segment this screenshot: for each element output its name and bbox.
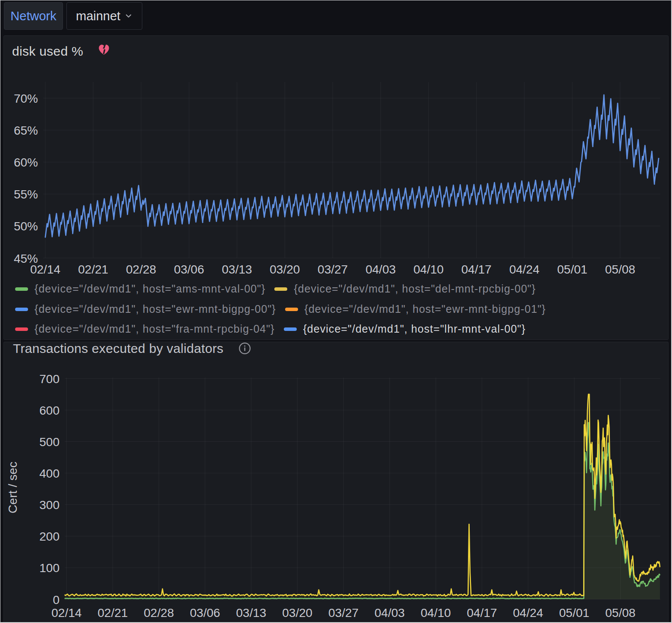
svg-text:600: 600 — [39, 404, 60, 417]
svg-text:Cert / sec: Cert / sec — [6, 462, 19, 513]
svg-text:04/17: 04/17 — [462, 263, 492, 276]
svg-text:04/10: 04/10 — [414, 263, 444, 276]
svg-text:50%: 50% — [14, 220, 38, 233]
svg-text:03/13: 03/13 — [236, 606, 266, 620]
svg-text:03/20: 03/20 — [282, 606, 312, 620]
svg-text:02/14: 02/14 — [51, 606, 82, 620]
svg-text:02/28: 02/28 — [126, 263, 156, 276]
svg-text:03/27: 03/27 — [317, 263, 348, 276]
svg-text:05/01: 05/01 — [557, 263, 587, 276]
svg-text:03/20: 03/20 — [270, 263, 300, 276]
svg-text:400: 400 — [39, 467, 60, 480]
svg-text:300: 300 — [39, 498, 60, 512]
svg-text:04/03: 04/03 — [374, 606, 405, 620]
svg-text:03/13: 03/13 — [222, 263, 252, 276]
svg-text:04/10: 04/10 — [421, 606, 451, 620]
svg-text:04/24: 04/24 — [513, 606, 543, 620]
svg-text:65%: 65% — [14, 124, 38, 137]
svg-text:100: 100 — [39, 561, 60, 575]
svg-text:05/08: 05/08 — [605, 606, 635, 620]
svg-text:03/06: 03/06 — [174, 263, 204, 276]
svg-text:04/24: 04/24 — [509, 263, 540, 276]
svg-text:0: 0 — [53, 593, 60, 607]
svg-text:55%: 55% — [14, 188, 38, 201]
svg-text:70%: 70% — [14, 92, 38, 105]
svg-text:500: 500 — [39, 435, 60, 449]
svg-text:05/01: 05/01 — [559, 606, 589, 620]
svg-text:03/06: 03/06 — [190, 606, 220, 620]
svg-text:60%: 60% — [14, 156, 38, 169]
svg-text:04/17: 04/17 — [467, 606, 497, 620]
svg-text:04/03: 04/03 — [365, 263, 396, 276]
svg-text:05/08: 05/08 — [605, 263, 635, 276]
svg-text:02/21: 02/21 — [97, 606, 128, 620]
svg-text:02/28: 02/28 — [144, 606, 174, 620]
svg-text:02/14: 02/14 — [30, 263, 60, 276]
svg-text:03/27: 03/27 — [328, 606, 358, 620]
svg-text:700: 700 — [39, 372, 60, 386]
svg-text:02/21: 02/21 — [78, 263, 108, 276]
svg-text:200: 200 — [39, 530, 60, 543]
